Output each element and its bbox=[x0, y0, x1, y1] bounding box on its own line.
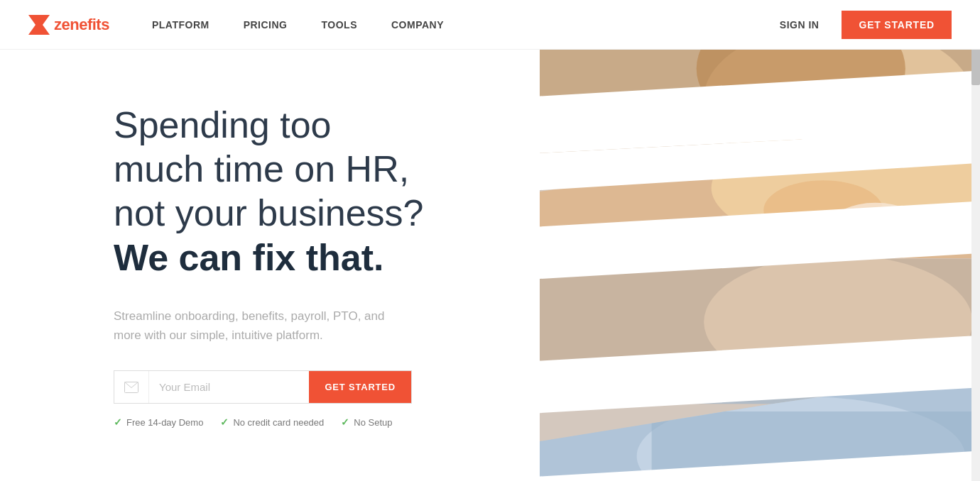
nav-pricing[interactable]: PRICING bbox=[244, 19, 288, 31]
nav-get-started-button[interactable]: GET STARTED bbox=[842, 11, 952, 39]
nav-tools[interactable]: TOOLS bbox=[322, 19, 357, 31]
trust-label-setup: No Setup bbox=[354, 417, 392, 428]
navbar: zenefits PLATFORM PRICING TOOLS COMPANY … bbox=[0, 0, 980, 50]
scrollbar[interactable] bbox=[971, 0, 980, 481]
sign-in-link[interactable]: SIGN IN bbox=[780, 19, 820, 31]
email-icon-wrap bbox=[114, 371, 149, 403]
logo[interactable]: zenefits bbox=[28, 15, 109, 35]
nav-platform[interactable]: PLATFORM bbox=[152, 19, 209, 31]
trust-badges: ✓ Free 14-day Demo ✓ No credit card need… bbox=[114, 416, 483, 428]
trust-item-card: ✓ No credit card needed bbox=[220, 416, 324, 428]
nav-links: PLATFORM PRICING TOOLS COMPANY bbox=[152, 19, 780, 31]
check-icon-card: ✓ bbox=[220, 416, 229, 428]
hero-image-panel bbox=[540, 50, 980, 481]
trust-label-demo: Free 14-day Demo bbox=[126, 417, 203, 428]
check-icon-demo: ✓ bbox=[114, 416, 122, 428]
logo-wordmark: zenefits bbox=[54, 16, 109, 34]
hero-section: Spending too much time on HR, not your b… bbox=[0, 50, 540, 481]
trust-label-card: No credit card needed bbox=[233, 417, 324, 428]
trust-item-setup: ✓ No Setup bbox=[341, 416, 392, 428]
email-form: GET STARTED bbox=[114, 370, 412, 404]
zenefits-logo-icon bbox=[28, 15, 50, 35]
hero-title-line3: not your business? bbox=[114, 192, 424, 233]
hero-title-bold: We can fix that. bbox=[114, 237, 383, 278]
hero-get-started-button[interactable]: GET STARTED bbox=[309, 371, 411, 403]
hero-title: Spending too much time on HR, not your b… bbox=[114, 103, 483, 280]
hero-title-line1: Spending too bbox=[114, 104, 332, 145]
hero-title-line2: much time on HR, bbox=[114, 148, 409, 189]
nav-right: SIGN IN GET STARTED bbox=[780, 11, 952, 39]
check-icon-setup: ✓ bbox=[341, 416, 349, 428]
email-input[interactable] bbox=[149, 371, 309, 403]
hero-decorative-image bbox=[540, 50, 980, 481]
nav-company[interactable]: COMPANY bbox=[391, 19, 444, 31]
envelope-icon bbox=[124, 382, 138, 393]
main-layout: Spending too much time on HR, not your b… bbox=[0, 50, 980, 481]
trust-item-demo: ✓ Free 14-day Demo bbox=[114, 416, 203, 428]
hero-subtitle: Streamline onboarding, benefits, payroll… bbox=[114, 306, 398, 345]
